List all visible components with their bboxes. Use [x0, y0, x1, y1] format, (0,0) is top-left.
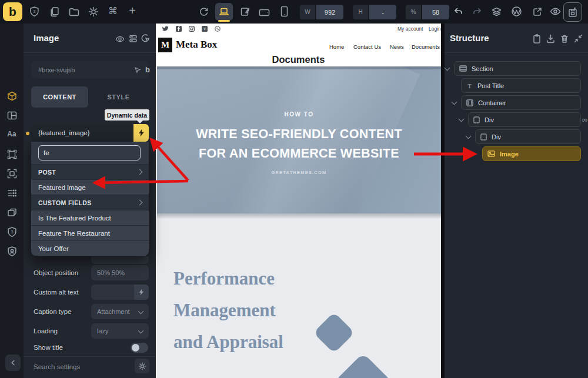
toggle-knob [132, 344, 139, 352]
div-icon [480, 133, 487, 141]
site-logo-text[interactable]: Meta Box [176, 39, 217, 51]
typography-icon[interactable]: Aa [5, 130, 18, 138]
element-id-input[interactable]: #brxe-svujsb b [31, 61, 149, 78]
element-stack-icon[interactable] [129, 34, 138, 45]
bricks-logo[interactable]: b [3, 2, 22, 21]
custom-alt-dynamic-button[interactable] [134, 285, 149, 300]
shortcuts-icon[interactable]: ⌘ [108, 5, 118, 16]
tree-node-image-selected[interactable]: Image [482, 146, 581, 161]
dropdown-group-post[interactable]: POST [31, 164, 149, 179]
elements-cube-icon[interactable] [7, 91, 17, 103]
search-settings-button[interactable] [135, 359, 149, 373]
height-value[interactable]: - [369, 5, 396, 19]
fullscreen-icon[interactable] [7, 169, 17, 181]
wordpress-icon[interactable] [511, 6, 522, 19]
dropdown-group-custom-fields[interactable]: CUSTOM FIELDS [31, 195, 149, 210]
tree-node-div[interactable]: Div [468, 112, 581, 127]
width-value[interactable]: 992 [316, 5, 343, 19]
caption-type-select[interactable]: Attachment [91, 304, 149, 319]
image-source-field[interactable]: {featured_image} [31, 124, 149, 142]
object-position-input[interactable]: 50% 50% [91, 265, 149, 280]
preview-eye-icon[interactable] [550, 7, 561, 18]
structure-header-divider [445, 52, 588, 53]
tree-node-section[interactable]: Section [454, 61, 581, 76]
show-title-toggle[interactable] [131, 343, 148, 353]
collapse-rail-button[interactable] [5, 354, 21, 371]
security-shield-icon[interactable] [7, 246, 17, 259]
element-visibility-eye-icon[interactable] [115, 35, 125, 45]
nav-home[interactable]: Home [329, 44, 344, 50]
revision-shield-icon[interactable]: 3 [7, 227, 17, 240]
featured-image-hero[interactable]: HOW TO WRITE SEO-FRIENDLY CONTENT FOR AN… [157, 66, 441, 213]
nav-documents[interactable]: Documents [412, 44, 440, 50]
device-desktop-button[interactable] [215, 3, 233, 21]
canvas-height-control[interactable]: H - [353, 5, 396, 19]
redo-icon[interactable] [472, 6, 483, 19]
device-landscape-icon[interactable] [259, 8, 270, 19]
content-slide-image[interactable]: Performance Management and Appraisal [157, 213, 441, 378]
tab-content[interactable]: CONTENT [31, 86, 88, 108]
decorative-diamond-small [333, 353, 392, 378]
facebook-icon[interactable] [175, 25, 182, 32]
interactions-pointer-icon[interactable] [141, 34, 150, 45]
collapse-structure-icon[interactable] [574, 34, 583, 45]
trash-icon[interactable] [560, 34, 569, 46]
clipboard-icon[interactable] [533, 34, 541, 46]
site-logo-mark[interactable]: M [158, 38, 172, 52]
svg-text:T: T [467, 82, 472, 89]
tree-node-container[interactable]: Container [461, 95, 581, 110]
import-download-icon[interactable] [546, 34, 555, 46]
templates-layers-icon[interactable] [491, 6, 502, 19]
lightning-icon [139, 289, 144, 296]
history-shield-icon[interactable]: 3 [29, 6, 39, 19]
panel-footer-divider [24, 356, 156, 357]
loading-label: Loading [34, 323, 58, 339]
dropdown-item-your-offer[interactable]: Your Offer [31, 240, 149, 256]
pages-icon[interactable] [49, 6, 59, 19]
box-3d-icon[interactable] [7, 208, 17, 220]
tree-node-post-title[interactable]: T Post Title [461, 78, 581, 93]
dropdown-item-is-featured-product[interactable]: Is The Featured Product [31, 210, 149, 225]
undo-icon[interactable] [453, 6, 464, 19]
device-active-underline [218, 20, 230, 22]
components-frame-icon[interactable] [7, 149, 17, 162]
left-icon-rail [0, 24, 24, 378]
loading-select[interactable]: lazy [91, 323, 149, 339]
whatsapp-icon[interactable] [214, 25, 220, 32]
object-position-label: Object position [34, 265, 78, 280]
folder-icon[interactable] [69, 7, 79, 19]
percent-label: % [406, 5, 421, 19]
sync-icon[interactable] [199, 6, 209, 19]
canvas-zoom-control[interactable]: % 58 [406, 5, 449, 19]
my-account-link[interactable]: My account [397, 26, 423, 32]
hero-kicker: HOW TO [157, 111, 441, 118]
twitter-icon[interactable] [162, 25, 169, 32]
device-portrait-icon[interactable] [280, 6, 288, 19]
lightning-icon [138, 129, 145, 137]
hidden-field-input [91, 256, 149, 264]
dropdown-item-featured-image[interactable]: Featured image [31, 179, 149, 195]
hero-credit: GRETATHEMES.COM [157, 170, 441, 175]
dynamic-data-search-input[interactable] [38, 145, 141, 160]
settings-gear-icon[interactable] [88, 6, 99, 19]
show-title-label: Show title [34, 340, 63, 355]
external-link-icon[interactable] [532, 6, 543, 19]
query-loop-badge[interactable]: ∞ [582, 115, 587, 124]
text-icon: T [466, 82, 473, 89]
grid-dots-icon[interactable] [7, 188, 17, 200]
canvas-width-control[interactable]: W 992 [300, 5, 343, 19]
tab-style[interactable]: STYLE [88, 86, 149, 108]
login-link[interactable]: Login [429, 26, 441, 32]
dynamic-data-button[interactable] [133, 124, 149, 142]
nav-contact-us[interactable]: Contact Us [353, 44, 381, 50]
dropdown-item-feature-restaurant[interactable]: Feature The Restaurant [31, 225, 149, 240]
nav-news[interactable]: News [390, 44, 404, 50]
tree-node-div-inner[interactable]: Div [475, 129, 581, 144]
percent-value[interactable]: 58 [422, 5, 449, 19]
device-tablet-pen-icon[interactable] [240, 6, 250, 19]
instagram-icon[interactable] [188, 25, 195, 32]
save-button[interactable] [563, 2, 582, 22]
add-element-icon[interactable]: + [127, 4, 138, 18]
layout-columns-icon[interactable] [7, 111, 17, 123]
vimeo-icon[interactable]: v [201, 25, 208, 32]
